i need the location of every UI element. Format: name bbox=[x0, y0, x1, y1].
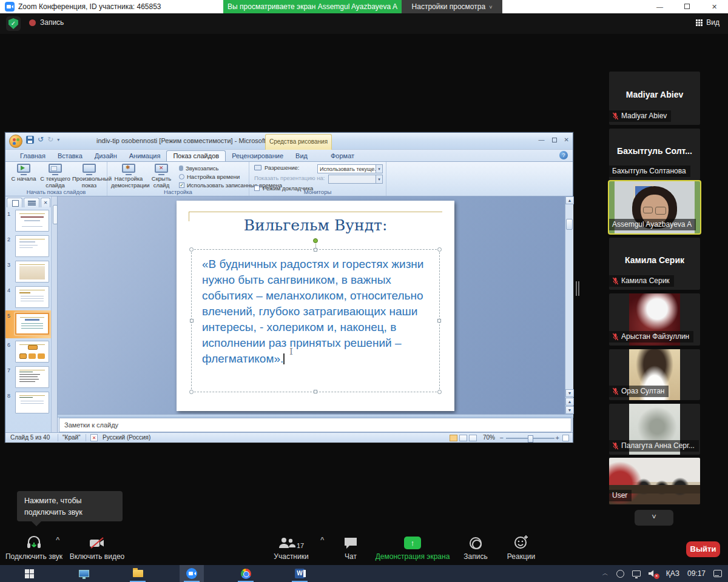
tab-animaciya[interactable]: Анимация bbox=[123, 151, 167, 161]
from-beginning-button[interactable]: С начала bbox=[8, 164, 39, 182]
clock[interactable]: 09:17 bbox=[687, 569, 706, 578]
volume-muted-icon[interactable]: ✕ bbox=[649, 570, 658, 577]
record-button[interactable]: Запись bbox=[456, 532, 495, 561]
chrome-button[interactable] bbox=[234, 565, 258, 582]
rehearse-timings-button[interactable]: Настройка времени bbox=[179, 173, 240, 180]
undo-icon[interactable]: ↺ bbox=[38, 136, 44, 144]
resize-handle[interactable] bbox=[314, 248, 317, 252]
minimize-button[interactable]: — bbox=[646, 0, 673, 13]
close-button[interactable]: ✕ bbox=[701, 0, 728, 13]
word-button[interactable]: W bbox=[288, 565, 312, 582]
slide-thumb-7[interactable]: 7 bbox=[5, 365, 57, 389]
scroll-up-icon[interactable]: ▲ bbox=[565, 196, 574, 204]
slide-thumb-8[interactable]: 8 bbox=[5, 390, 57, 415]
language-indicator[interactable]: ҚАЗ bbox=[666, 569, 679, 578]
language-status[interactable]: Русский (Россия) bbox=[103, 434, 150, 441]
participant-tile[interactable]: User bbox=[609, 458, 700, 504]
sidebar-resize-handle[interactable] bbox=[576, 281, 579, 296]
next-slide-button[interactable]: ▼ bbox=[565, 406, 574, 414]
ppt-maximize-button[interactable] bbox=[552, 136, 557, 144]
tab-format[interactable]: Формат bbox=[325, 151, 360, 161]
custom-show-button[interactable]: Произвольный показ bbox=[72, 164, 106, 189]
tab-vid[interactable]: Вид bbox=[289, 151, 314, 161]
rotation-handle[interactable] bbox=[313, 238, 318, 243]
hidden-icons-chevron[interactable]: ︿ bbox=[602, 569, 608, 578]
more-participants-button[interactable]: ˅ bbox=[635, 510, 673, 526]
hide-slide-button[interactable]: Скрыть слайд bbox=[147, 164, 175, 189]
reactions-button[interactable]: Реакции bbox=[500, 532, 542, 561]
start-button[interactable] bbox=[17, 565, 41, 582]
office-button[interactable] bbox=[9, 135, 22, 148]
slide-thumb-6[interactable]: 6 bbox=[5, 340, 57, 364]
zoom-out-icon[interactable]: − bbox=[500, 434, 504, 441]
resize-handle[interactable] bbox=[189, 390, 194, 394]
action-center-icon[interactable] bbox=[713, 570, 722, 577]
previous-slide-button[interactable]: ▲ bbox=[565, 398, 574, 406]
outline-tab[interactable] bbox=[24, 198, 39, 207]
from-current-slide-button[interactable]: С текущего слайда bbox=[39, 164, 71, 189]
save-icon[interactable] bbox=[26, 136, 34, 144]
fit-to-window-icon[interactable] bbox=[562, 435, 569, 441]
tab-recenzirovanie[interactable]: Рецензирование bbox=[226, 151, 289, 161]
resolution-dropdown[interactable]: Использовать текуще... ▾ bbox=[317, 164, 383, 173]
show-on-dropdown[interactable]: ▾ bbox=[328, 175, 383, 184]
slides-tab[interactable] bbox=[7, 198, 22, 207]
resize-handle[interactable] bbox=[189, 247, 194, 252]
slide-thumb-3[interactable]: 3 bbox=[5, 259, 57, 284]
maximize-button[interactable] bbox=[673, 0, 701, 13]
participant-tile[interactable]: Бахытгуль Солт... Бахытгуль Солтанова bbox=[609, 129, 700, 180]
view-layout-button[interactable]: Вид bbox=[696, 18, 720, 27]
ppt-minimize-button[interactable]: — bbox=[539, 136, 545, 144]
view-settings-dropdown[interactable]: Настройки просмотра˅ bbox=[402, 0, 502, 13]
scrollbar-thumb[interactable] bbox=[566, 219, 573, 230]
slide-canvas[interactable]: Вильгельм Вундт: «В будничных радостях и… bbox=[177, 201, 454, 411]
resize-handle[interactable] bbox=[437, 319, 441, 323]
normal-view-icon[interactable] bbox=[450, 435, 457, 441]
slide-thumb-4[interactable]: 4 bbox=[5, 285, 57, 309]
thumbnails-scrollbar[interactable] bbox=[51, 196, 57, 432]
redo-icon[interactable]: ↻ bbox=[47, 136, 53, 144]
record-narration-button[interactable]: Звукозапись bbox=[179, 165, 219, 172]
slideshow-view-icon[interactable] bbox=[469, 435, 477, 441]
start-video-button[interactable]: Включить видео bbox=[68, 532, 126, 561]
editor-scrollbar[interactable]: ▲ ▼ ▲ ▼ bbox=[565, 196, 573, 414]
zoom-in-icon[interactable]: + bbox=[556, 434, 559, 441]
share-screen-button[interactable]: ↑ Демонстрация экрана bbox=[355, 532, 470, 561]
slide-thumb-1[interactable]: 1 bbox=[5, 209, 57, 233]
participant-tile[interactable]: Палагута Анна Серг... bbox=[609, 404, 700, 455]
audio-options-chevron[interactable]: ^ bbox=[56, 536, 59, 543]
participant-tile[interactable]: Арыстан Файзуллин bbox=[609, 293, 700, 346]
close-panel-icon[interactable]: ✕ bbox=[41, 198, 50, 207]
tab-dizayn[interactable]: Дизайн bbox=[89, 151, 123, 161]
resize-handle[interactable] bbox=[190, 319, 194, 323]
task-view-button[interactable] bbox=[72, 565, 96, 582]
participant-tile[interactable]: Ораз Султан bbox=[609, 349, 700, 400]
participants-button[interactable]: 17 Участники bbox=[264, 532, 318, 561]
participants-options-chevron[interactable]: ^ bbox=[320, 536, 324, 543]
zoom-slider[interactable] bbox=[506, 438, 554, 439]
resize-handle[interactable] bbox=[314, 390, 317, 393]
qat-dropdown-icon[interactable]: ▾ bbox=[57, 137, 59, 142]
resize-handle[interactable] bbox=[437, 247, 442, 252]
tab-vstavka[interactable]: Вставка bbox=[52, 151, 89, 161]
meeting-info-button[interactable]: ✓ bbox=[6, 16, 21, 31]
help-icon[interactable]: ? bbox=[559, 151, 568, 159]
participant-tile[interactable]: Камила Серик Камила Серик bbox=[609, 238, 700, 290]
participant-tile-active-speaker[interactable]: Assemgul Ayazbayeva A bbox=[609, 181, 700, 233]
file-explorer-button[interactable] bbox=[126, 565, 150, 582]
tray-app-icon[interactable] bbox=[616, 570, 624, 578]
notes-pane[interactable]: Заметки к слайду bbox=[59, 418, 571, 432]
slide-sorter-icon[interactable] bbox=[459, 435, 467, 441]
ppt-close-button[interactable]: ✕ bbox=[564, 136, 569, 144]
resize-handle[interactable] bbox=[437, 390, 442, 394]
spellcheck-icon[interactable]: ✕ bbox=[90, 434, 98, 441]
leave-button[interactable]: Выйти bbox=[686, 541, 720, 557]
network-icon[interactable] bbox=[632, 570, 641, 577]
participant-tile[interactable]: Madiyar Abiev Madiyar Abiev bbox=[609, 72, 700, 125]
slide-thumb-2[interactable]: 2 bbox=[5, 234, 57, 258]
zoom-percentage[interactable]: 70% bbox=[483, 434, 495, 441]
scroll-down-icon[interactable]: ▼ bbox=[565, 389, 574, 397]
slide-body-text[interactable]: «В будничных радостях и горестях жизни н… bbox=[202, 256, 434, 367]
tab-pokaz-slaydov[interactable]: Показ слайдов bbox=[166, 150, 226, 161]
slide-thumb-5-active[interactable]: 5 bbox=[5, 310, 57, 338]
